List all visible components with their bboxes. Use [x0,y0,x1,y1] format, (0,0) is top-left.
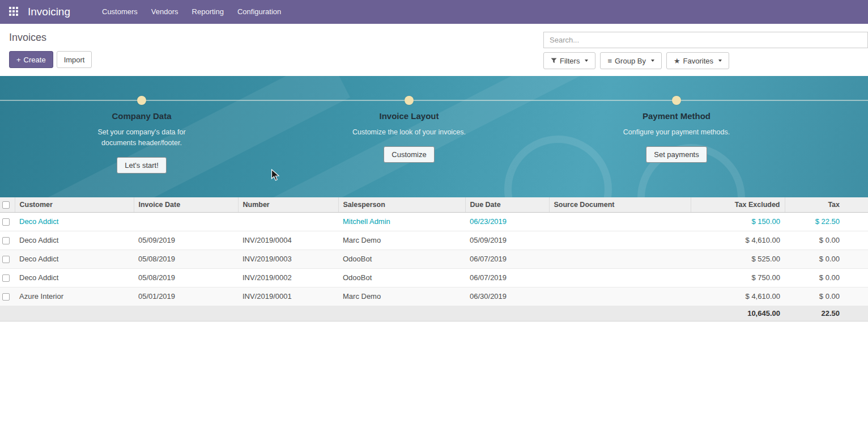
search-input[interactable] [543,32,868,48]
table-row[interactable]: Azure Interior 05/01/2019 INV/2019/0001 … [0,287,868,306]
row-select-cell [0,231,15,250]
cell-invoice-date [134,212,238,231]
table-row[interactable]: Deco Addict 05/09/2019 INV/2019/0004 Mar… [0,231,868,250]
navbar-menus: Customers Vendors Reporting Configuratio… [95,0,288,24]
step-dot-company-data [137,96,146,105]
header-customer[interactable]: Customer [15,197,134,212]
cell-due-date: 06/07/2019 [465,250,549,268]
create-button[interactable]: + Create [9,51,53,68]
table-footer-row: 10,645.00 22.50 [0,306,868,321]
footer-spacer [0,306,691,321]
header-number[interactable]: Number [238,197,338,212]
cell-tax-excluded: $ 4,610.00 [691,287,785,306]
customize-button[interactable]: Customize [384,146,434,163]
menu-configuration[interactable]: Configuration [231,0,288,24]
row-select-cell [0,268,15,287]
set-payments-button[interactable]: Set payments [646,146,707,163]
group-by-button[interactable]: ≡ Group By [600,52,662,69]
select-all-checkbox[interactable] [2,201,10,209]
row-select-cell [0,250,15,268]
cell-invoice-date: 05/01/2019 [134,287,238,306]
cell-number: INV/2019/0003 [238,250,338,268]
header-tax-excluded[interactable]: Tax Excluded [691,197,785,212]
cell-invoice-date: 05/08/2019 [134,268,238,287]
cell-salesperson: Marc Demo [338,231,465,250]
total-tax: 22.50 [785,306,868,321]
cell-number: INV/2019/0001 [238,287,338,306]
cell-source-document [549,268,691,287]
cell-invoice-date: 05/09/2019 [134,231,238,250]
star-icon: ★ [674,57,680,65]
cell-customer: Deco Addict [15,268,134,287]
row-checkbox[interactable] [2,256,10,263]
row-checkbox[interactable] [2,237,10,244]
cell-due-date: 06/30/2019 [465,287,549,306]
header-tax[interactable]: Tax [785,197,868,212]
top-navbar: Invoicing Customers Vendors Reporting Co… [0,0,868,24]
cell-source-document [549,231,691,250]
caret-down-icon [718,60,722,62]
total-tax-excluded: 10,645.00 [691,306,785,321]
header-due-date[interactable]: Due Date [465,197,549,212]
caret-down-icon [585,60,588,62]
onboarding-step-company-data: Company Data Set your company's data for… [48,111,235,174]
app-title[interactable]: Invoicing [28,6,70,18]
cell-tax: $ 0.00 [785,250,868,268]
cell-tax: $ 0.00 [785,231,868,250]
cell-customer: Azure Interior [15,287,134,306]
cell-tax: $ 0.00 [785,287,868,306]
step-dot-invoice-layout [405,96,414,105]
table-row[interactable]: Deco Addict 05/08/2019 INV/2019/0003 Odo… [0,250,868,268]
step-title: Invoice Layout [316,111,503,121]
cell-number: INV/2019/0004 [238,231,338,250]
step-description: Set your company's data for documents he… [80,127,203,149]
header-invoice-date[interactable]: Invoice Date [134,197,238,212]
step-title: Payment Method [583,111,770,121]
caret-down-icon [651,60,654,62]
cell-number [238,212,338,231]
cell-tax-excluded: $ 4,610.00 [691,231,785,250]
cell-salesperson: OdooBot [338,250,465,268]
control-panel: Invoices + Create Import Filters ≡ Group… [0,24,868,69]
cell-customer: Deco Addict [15,250,134,268]
step-title: Company Data [48,111,235,121]
apps-menu-icon[interactable] [9,7,19,17]
menu-customers[interactable]: Customers [95,0,144,24]
cell-source-document [549,287,691,306]
cell-source-document [549,250,691,268]
cell-customer: Deco Addict [15,231,134,250]
row-checkbox[interactable] [2,274,10,282]
onboarding-banner: Company Data Set your company's data for… [0,76,868,197]
table-row[interactable]: Deco Addict 05/08/2019 INV/2019/0002 Odo… [0,268,868,287]
cell-tax: $ 22.50 [785,212,868,231]
cell-source-document [549,212,691,231]
onboarding-step-invoice-layout: Invoice Layout Customize the look of you… [316,111,503,163]
import-button[interactable]: Import [57,51,92,68]
cell-number: INV/2019/0002 [238,268,338,287]
row-select-cell [0,212,15,231]
menu-vendors[interactable]: Vendors [144,0,185,24]
cell-due-date: 06/23/2019 [465,212,549,231]
header-salesperson[interactable]: Salesperson [338,197,465,212]
favorites-button[interactable]: ★ Favorites [666,52,729,69]
step-dot-payment-method [672,96,681,105]
menu-reporting[interactable]: Reporting [185,0,231,24]
plus-icon: + [16,56,21,64]
group-by-icon: ≡ [607,57,612,65]
filter-funnel-icon [551,58,557,64]
cell-tax: $ 0.00 [785,268,868,287]
row-checkbox[interactable] [2,293,10,301]
cell-tax-excluded: $ 525.00 [691,250,785,268]
filters-button[interactable]: Filters [543,52,595,69]
step-description: Configure your payment methods. [615,127,738,138]
cell-customer: Deco Addict [15,212,134,231]
invoice-list-table: Customer Invoice Date Number Salesperson… [0,197,868,322]
page-title: Invoices [9,32,92,44]
lets-start-button[interactable]: Let's start! [117,157,167,174]
header-source-document[interactable]: Source Document [549,197,691,212]
row-checkbox[interactable] [2,218,10,226]
table-row[interactable]: Deco Addict Mitchell Admin 06/23/2019 $ … [0,212,868,231]
cell-due-date: 06/07/2019 [465,268,549,287]
cell-salesperson: OdooBot [338,268,465,287]
cell-invoice-date: 05/08/2019 [134,250,238,268]
